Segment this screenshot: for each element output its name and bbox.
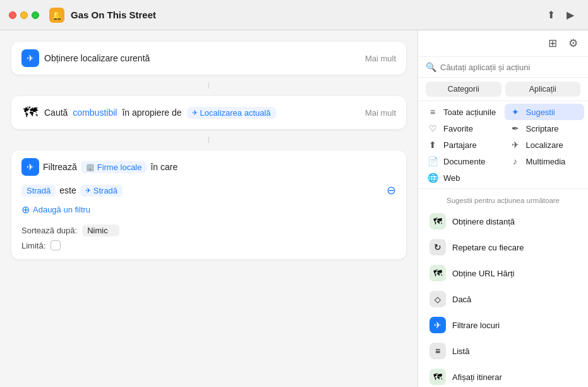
sug-item-3[interactable]: ◇ Dacă [422, 286, 584, 312]
connector-1 [208, 82, 209, 89]
sug-icon-1: ↻ [429, 239, 446, 255]
action-2-link1[interactable]: combustibil [73, 108, 117, 118]
cat-location[interactable]: ✈ Localizare [505, 137, 585, 153]
share-button[interactable]: ⬆ [546, 8, 556, 22]
search-icon: 🔍 [426, 62, 436, 72]
action-2-label2: în apropiere de [122, 108, 181, 118]
strada-col-label: Stradă [27, 186, 51, 195]
app-icon: 🔔 [49, 8, 64, 23]
tab-applications[interactable]: Aplicații [505, 82, 581, 97]
cat-media-label: Multimedia [526, 157, 566, 166]
play-button[interactable]: ▶ [565, 8, 575, 22]
pill-location-icon: ✈ [192, 109, 198, 117]
filter-conditions: Stradă este ✈ Stradă ⊖ [21, 183, 396, 197]
fullscreen-button[interactable] [32, 11, 39, 19]
panel-filter-button[interactable]: ⚙ [566, 35, 580, 51]
sug-item-5[interactable]: ≡ Listă [422, 338, 584, 364]
share-icon: ⬆ [427, 140, 438, 150]
filter-location-icon: ✈ [21, 158, 39, 176]
cat-web-label: Web [443, 173, 460, 183]
heart-icon: ♡ [427, 123, 438, 133]
cat-web[interactable]: 🌐 Web [422, 169, 502, 186]
cat-sharing[interactable]: ⬆ Partajare [422, 137, 502, 153]
action-2-more[interactable]: Mai mult [365, 108, 396, 118]
title-bar-actions: ⬆ ▶ [546, 8, 575, 22]
cat-share-label: Partajare [443, 140, 477, 150]
left-panel: ✈ Obținere localizare curentă Mai mult 🗺… [0, 30, 417, 387]
search-bar: 🔍 [418, 57, 588, 78]
sug-label-4: Filtrare locuri [452, 321, 500, 330]
sug-item-6[interactable]: 🗺 Afișați itinerar [422, 364, 584, 387]
sug-icon-2: 🗺 [429, 265, 446, 281]
cat-multimedia[interactable]: ♪ Multimedia [505, 153, 585, 169]
strada-val-label: Stradă [93, 186, 117, 195]
sug-label-1: Repetare cu fiecare [452, 243, 524, 252]
add-filter-label: Adaugă un filtru [33, 205, 90, 214]
tab-bar: Categorii Aplicații [418, 78, 588, 101]
sug-icon-4: ✈ [429, 317, 446, 333]
sug-label-6: Afișați itinerar [452, 372, 502, 382]
cat-all-actions[interactable]: ≡ Toate acțiunile [422, 104, 502, 120]
filter-header-row: ✈ Filtrează 🏢 Firme locale în care [21, 158, 396, 176]
right-panel: ⊞ ⚙ 🔍 Categorii Aplicații ≡ Toate acțiun… [417, 30, 588, 387]
remove-filter-button[interactable]: ⊖ [387, 183, 396, 197]
minimize-button[interactable] [20, 11, 28, 19]
tab-categories[interactable]: Categorii [426, 82, 501, 97]
action-row-2: 🗺 Caută combustibil în apropiere de ✈ Lo… [21, 104, 396, 121]
val-icon: ✈ [85, 187, 91, 195]
cat-documents[interactable]: 📄 Documente [422, 153, 502, 169]
strada-col-pill[interactable]: Stradă [21, 185, 56, 197]
music-icon: ♪ [510, 156, 521, 166]
sug-label-3: Dacă [452, 295, 471, 304]
sort-select[interactable]: Nimic [82, 224, 119, 236]
location-pill[interactable]: ✈ Localizarea actuală [187, 107, 276, 119]
connector-2 [208, 137, 209, 143]
sug-label-0: Obținere distanță [452, 217, 515, 226]
right-panel-header: ⊞ ⚙ [418, 30, 588, 57]
suggestions-icon: ✦ [510, 107, 521, 117]
sug-item-0[interactable]: 🗺 Obținere distanță [422, 209, 584, 234]
doc-icon: 📄 [427, 156, 438, 166]
cat-all-label: Toate acțiunile [443, 108, 496, 117]
location-cat-icon: ✈ [510, 140, 521, 150]
close-button[interactable] [9, 11, 16, 19]
firme-locale-label: Firme locale [97, 163, 142, 172]
cat-script-label: Scriptare [526, 124, 559, 133]
main-content: ✈ Obținere localizare curentă Mai mult 🗺… [0, 30, 588, 387]
limit-checkbox[interactable] [51, 240, 61, 250]
title-bar: 🔔 Gas On This Street ⬆ ▶ [0, 0, 588, 30]
list-icon: ≡ [427, 107, 438, 117]
action-1-more[interactable]: Mai mult [365, 54, 396, 63]
sug-item-4[interactable]: ✈ Filtrare locuri [422, 312, 584, 338]
action-1-label: Obținere localizare curentă [44, 53, 150, 63]
limit-row: Limită: [21, 240, 396, 250]
filter-in-care: în care [150, 162, 177, 172]
filter-op: este [59, 185, 76, 195]
sug-icon-0: 🗺 [429, 213, 446, 230]
sug-icon-5: ≡ [429, 343, 446, 359]
traffic-lights [9, 11, 39, 19]
strada-val-pill[interactable]: ✈ Stradă [80, 185, 123, 197]
cat-suggestions[interactable]: ✦ Sugestii [505, 104, 585, 120]
filter-label-prefix: Filtrează [43, 162, 77, 172]
maps-icon: 🗺 [21, 104, 39, 121]
add-filter-button[interactable]: ⊕ Adaugă un filtru [21, 204, 396, 216]
sug-label-2: Obține URL Hărți [452, 269, 515, 278]
web-icon: 🌐 [427, 173, 438, 183]
suggestions-header: Sugestii pentru acțiunea următoare [418, 194, 588, 208]
search-input[interactable] [440, 63, 580, 72]
firme-locale-pill[interactable]: 🏢 Firme locale [81, 161, 147, 173]
sug-item-2[interactable]: 🗺 Obține URL Hărți [422, 261, 584, 286]
location-icon: ✈ [21, 49, 39, 67]
cat-sug-label: Sugestii [526, 108, 555, 117]
panel-view-button[interactable]: ⊞ [546, 35, 560, 51]
sug-item-1[interactable]: ↻ Repetare cu fiecare [422, 235, 584, 260]
cat-fav-label: Favorite [443, 124, 473, 133]
sort-row: Sortează după: Nimic [21, 224, 396, 236]
cat-favorites[interactable]: ♡ Favorite [422, 120, 502, 137]
cat-scripting[interactable]: ✒ Scriptare [505, 120, 585, 137]
sug-icon-3: ◇ [429, 291, 446, 307]
cat-loc-label: Localizare [526, 140, 563, 150]
action-block-3: ✈ Filtrează 🏢 Firme locale în care Strad… [11, 150, 406, 259]
script-icon: ✒ [510, 123, 521, 133]
